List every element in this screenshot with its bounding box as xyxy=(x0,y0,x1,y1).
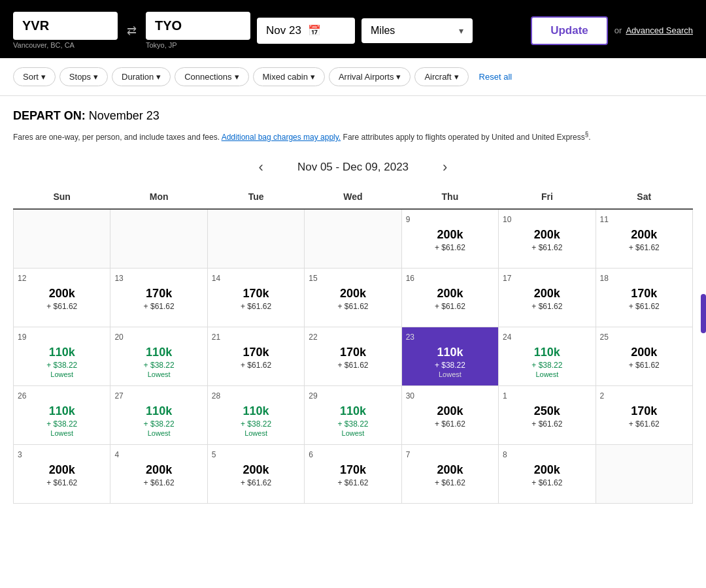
calendar-day-header: Wed xyxy=(305,185,401,209)
cell-price-value: + $61.62 xyxy=(212,361,300,370)
chevron-down-icon: ▾ xyxy=(396,72,401,82)
advanced-search-area: or Advanced Search xyxy=(614,25,693,35)
fare-note: Fares are one-way, per person, and inclu… xyxy=(13,129,693,143)
miles-selector[interactable]: Miles ▾ xyxy=(361,18,473,43)
cell-miles-value: 170k xyxy=(309,346,397,359)
calendar-cell[interactable]: 21170k+ $61.62 xyxy=(207,327,304,385)
calendar-cell[interactable]: 29110k+ $38.22Lowest xyxy=(305,385,401,444)
calendar-cell[interactable]: 2170k+ $61.62 xyxy=(596,385,692,444)
cell-price-value: + $61.62 xyxy=(114,302,203,311)
destination-input[interactable] xyxy=(146,12,250,40)
calendar-day-header: Mon xyxy=(110,185,207,209)
cell-date-number: 12 xyxy=(18,274,106,283)
calendar-cell[interactable]: 24110k+ $38.22Lowest xyxy=(499,327,596,385)
cell-date-number: 7 xyxy=(406,450,494,459)
calendar-cell[interactable]: 13170k+ $61.62 xyxy=(110,268,207,327)
calendar-cell[interactable]: 1250k+ $61.62 xyxy=(499,385,596,444)
calendar-cell[interactable]: 4200k+ $61.62 xyxy=(110,444,207,503)
calendar-cell[interactable]: 26110k+ $38.22Lowest xyxy=(14,385,110,444)
cell-miles-value: 200k xyxy=(18,463,106,477)
calendar-cell[interactable]: 23110k+ $38.22Lowest xyxy=(401,327,498,385)
cell-price-value: + $61.62 xyxy=(503,419,591,429)
calendar-cell[interactable]: 16200k+ $61.62 xyxy=(401,268,498,327)
calendar-cell[interactable]: 8200k+ $61.62 xyxy=(499,444,596,503)
calendar-cell[interactable]: 15200k+ $61.62 xyxy=(305,268,401,327)
calendar-table: SunMonTueWedThuFriSat 9200k+ $61.6210200… xyxy=(13,185,693,504)
calendar-nav: ‹ Nov 05 - Dec 09, 2023 › xyxy=(13,156,693,178)
calendar-cell[interactable]: 12200k+ $61.62 xyxy=(14,268,110,327)
cell-price-value: + $61.62 xyxy=(309,361,397,370)
cell-miles-value: 170k xyxy=(600,404,688,418)
cell-date-number: 11 xyxy=(600,215,688,224)
calendar-cell[interactable]: 19110k+ $38.22Lowest xyxy=(14,327,110,385)
calendar-cell[interactable]: 6170k+ $61.62 xyxy=(305,444,401,503)
calendar-cell[interactable]: 18170k+ $61.62 xyxy=(596,268,692,327)
connections-filter[interactable]: Connections ▾ xyxy=(175,67,248,86)
calendar-cell[interactable]: 27110k+ $38.22Lowest xyxy=(110,385,207,444)
calendar-day-header: Fri xyxy=(499,185,596,209)
update-button[interactable]: Update xyxy=(531,16,608,45)
miles-label: Miles xyxy=(371,25,454,37)
calendar-cell[interactable]: 28110k+ $38.22Lowest xyxy=(207,385,304,444)
calendar-cell[interactable]: 7200k+ $61.62 xyxy=(401,444,498,503)
swap-icon: ⇄ xyxy=(127,24,137,37)
cell-date-number: 20 xyxy=(114,333,203,342)
cell-lowest-label: Lowest xyxy=(503,370,591,378)
cell-date-number: 23 xyxy=(406,333,494,342)
calendar-cell[interactable]: 22170k+ $61.62 xyxy=(305,327,401,385)
cell-price-value: + $61.62 xyxy=(212,302,300,311)
prev-month-button[interactable]: ‹ xyxy=(251,156,271,178)
swap-button[interactable]: ⇄ xyxy=(124,24,139,38)
next-month-button[interactable]: › xyxy=(435,156,455,178)
calendar-cell[interactable]: 20110k+ $38.22Lowest xyxy=(110,327,207,385)
cell-miles-value: 110k xyxy=(114,346,203,359)
calendar-cell[interactable]: 25200k+ $61.62 xyxy=(596,327,692,385)
scrollbar-accent xyxy=(701,294,706,333)
calendar-cell[interactable]: 3200k+ $61.62 xyxy=(14,444,110,503)
calendar-range: Nov 05 - Dec 09, 2023 xyxy=(297,161,409,174)
bag-charges-link[interactable]: Additional bag charges may apply. xyxy=(222,133,341,142)
calendar-cell[interactable]: 5200k+ $61.62 xyxy=(207,444,304,503)
chevron-down-icon: ▾ xyxy=(459,25,463,36)
calendar-cell[interactable]: 14170k+ $61.62 xyxy=(207,268,304,327)
cell-miles-value: 200k xyxy=(114,463,203,477)
cell-miles-value: 200k xyxy=(309,287,397,301)
cell-date-number: 22 xyxy=(309,333,397,342)
cell-price-value: + $38.22 xyxy=(18,419,106,429)
cell-price-value: + $61.62 xyxy=(18,302,106,311)
cell-price-value: + $38.22 xyxy=(212,419,300,429)
duration-filter[interactable]: Duration ▾ xyxy=(112,67,171,86)
depart-date: November 23 xyxy=(89,109,160,122)
arrival-airports-filter[interactable]: Arrival Airports ▾ xyxy=(329,67,411,86)
cell-price-value: + $38.22 xyxy=(114,361,203,370)
calendar-cell[interactable]: 30200k+ $61.62 xyxy=(401,385,498,444)
calendar-cell[interactable]: 11200k+ $61.62 xyxy=(596,209,692,268)
origin-input[interactable] xyxy=(13,12,118,40)
date-value: Nov 23 xyxy=(266,24,301,37)
origin-subtitle: Vancouver, BC, CA xyxy=(13,41,118,49)
aircraft-filter[interactable]: Aircraft ▾ xyxy=(414,67,468,86)
cell-date-number: 13 xyxy=(114,274,203,283)
cell-date-number: 1 xyxy=(503,391,591,400)
cell-price-value: + $38.22 xyxy=(18,361,106,370)
cell-price-value: + $61.62 xyxy=(309,478,397,487)
cell-date-number: 21 xyxy=(212,333,300,342)
mixed-cabin-filter[interactable]: Mixed cabin ▾ xyxy=(253,67,325,86)
cell-date-number: 19 xyxy=(18,333,106,342)
calendar-cell[interactable]: 10200k+ $61.62 xyxy=(499,209,596,268)
calendar-cell[interactable]: 9200k+ $61.62 xyxy=(401,209,498,268)
chevron-down-icon: ▾ xyxy=(93,72,98,82)
stops-filter[interactable]: Stops ▾ xyxy=(59,67,108,86)
advanced-search-link[interactable]: Advanced Search xyxy=(626,25,693,35)
reset-all-link[interactable]: Reset all xyxy=(479,72,513,82)
cell-miles-value: 110k xyxy=(18,404,106,418)
cell-price-value: + $38.22 xyxy=(503,361,591,370)
date-picker[interactable]: Nov 23 📅 xyxy=(257,18,355,44)
calendar-cell[interactable]: 17200k+ $61.62 xyxy=(499,268,596,327)
chevron-down-icon: ▾ xyxy=(41,72,46,82)
calendar-cell xyxy=(14,209,110,268)
cell-date-number: 29 xyxy=(309,391,397,400)
sort-filter[interactable]: Sort ▾ xyxy=(13,67,56,86)
destination-subtitle: Tokyo, JP xyxy=(146,41,250,49)
cell-miles-value: 110k xyxy=(503,346,591,359)
